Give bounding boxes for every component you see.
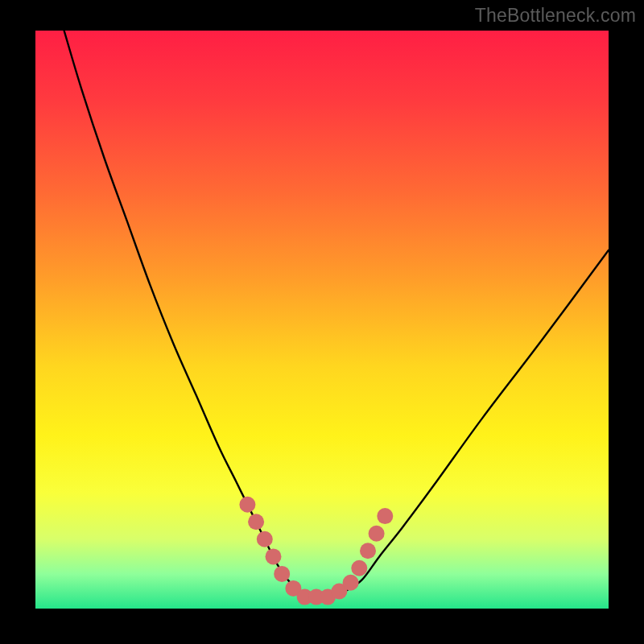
highlight-dot: [343, 575, 359, 591]
highlight-dot: [266, 548, 282, 564]
highlight-dot: [274, 566, 290, 582]
highlight-dot: [360, 543, 376, 559]
chart-frame: TheBottleneck.com: [0, 0, 644, 644]
highlight-dot: [257, 531, 273, 547]
highlight-dots-group: [239, 497, 393, 605]
gradient-plot-area: [35, 31, 609, 609]
highlight-dot: [239, 497, 255, 513]
highlight-dot: [351, 560, 367, 576]
highlight-dot: [248, 514, 264, 530]
highlight-dot: [377, 508, 393, 524]
bottleneck-curve-path: [64, 31, 609, 597]
watermark-text: TheBottleneck.com: [475, 5, 636, 27]
highlight-dot: [369, 526, 385, 542]
chart-svg: [35, 31, 609, 609]
